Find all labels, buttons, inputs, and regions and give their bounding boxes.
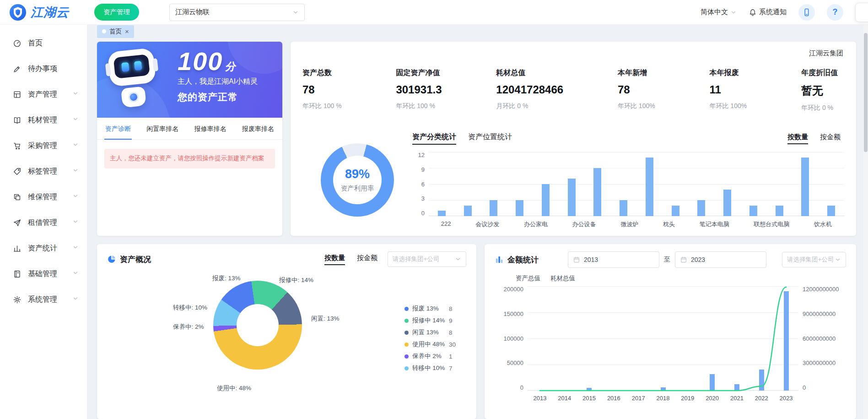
sidebar-item-3[interactable]: 耗材管理 xyxy=(0,107,87,133)
sidebar-item-4[interactable]: 采购管理 xyxy=(0,133,87,158)
sidebar-item-9[interactable]: 基础管理 xyxy=(0,261,87,287)
logo[interactable]: 江湖云 xyxy=(9,4,88,21)
ai-banner-text: 100 分 主人，我是江湖AI小精灵 您的资产正常 xyxy=(178,47,258,103)
sidebar-item-1[interactable]: 待办事项 xyxy=(0,56,87,82)
module-button[interactable]: 资产管理 xyxy=(94,4,139,21)
amount-chart-left-axis: 200000150000100000500000 xyxy=(495,286,528,391)
category-chart-y-axis: 129630 xyxy=(412,152,429,216)
category-mode-1[interactable]: 按金额 xyxy=(820,133,841,144)
category-bar-11[interactable] xyxy=(723,190,731,216)
category-bar-5[interactable] xyxy=(568,179,576,216)
legend-item-0[interactable]: 报废 13%8 xyxy=(404,303,456,315)
status-donut-chart[interactable] xyxy=(213,281,302,370)
status-mode-1[interactable]: 按金额 xyxy=(357,254,377,265)
dashboard-icon xyxy=(13,39,22,48)
category-bar-chart: 129630 222会议沙发办公家电办公设备微波炉枕头笔记本电脑联想台式电脑饮水… xyxy=(412,152,844,229)
category-bar-9[interactable] xyxy=(672,206,679,216)
amount-card-head: 金额统计 2013 至 2023 xyxy=(495,251,846,268)
chevron-down-icon xyxy=(72,141,79,150)
stat-value: 78 xyxy=(618,83,655,96)
status-mode-0[interactable]: 按数量 xyxy=(324,254,345,265)
category-bar-0[interactable] xyxy=(438,211,446,216)
sidebar-item-label: 维保管理 xyxy=(28,192,66,202)
tab-home[interactable]: 首页 × xyxy=(97,25,134,38)
legend-count: 7 xyxy=(449,365,453,372)
stat-value: 78 xyxy=(302,83,342,96)
sidebar-item-5[interactable]: 标签管理 xyxy=(0,158,87,184)
ai-tab-0[interactable]: 资产诊断 xyxy=(104,118,132,139)
sidebar-item-8[interactable]: 资产统计 xyxy=(0,235,87,261)
stat-value: 301931.3 xyxy=(396,83,442,96)
amount-legend-1[interactable]: 耗材总值 xyxy=(550,274,575,283)
category-bar-12[interactable] xyxy=(749,206,757,216)
company-select[interactable]: 请选择集团+公司 xyxy=(388,251,466,267)
sidebar-item-10[interactable]: 系统管理 xyxy=(0,287,87,312)
category-bar-4[interactable] xyxy=(542,184,550,216)
legend-dot xyxy=(404,307,409,311)
help-button[interactable]: ? xyxy=(827,4,843,21)
notice-button[interactable]: 系统通知 xyxy=(749,8,787,16)
legend-item-2[interactable]: 闲置 13%8 xyxy=(404,326,456,338)
legend-item-3[interactable]: 使用中 48%30 xyxy=(404,338,456,350)
category-bar-13[interactable] xyxy=(776,206,783,216)
category-bar-7[interactable] xyxy=(620,200,627,216)
company-select-placeholder: 请选择集团+公司 xyxy=(393,255,439,263)
logo-icon xyxy=(9,4,27,21)
category-bar-2[interactable] xyxy=(490,200,497,216)
legend-dot xyxy=(404,354,409,359)
scrollbar-thumb[interactable] xyxy=(864,33,868,152)
ai-banner: 100 分 主人，我是江湖AI小精灵 您的资产正常 xyxy=(97,42,282,118)
scrollbar[interactable] xyxy=(863,25,868,419)
amount-legend-0[interactable]: 资产总值 xyxy=(516,274,540,283)
corner-widget[interactable] xyxy=(855,3,868,22)
status-card-head: 资产概况 按数量按金额 请选择集团+公司 xyxy=(107,251,466,267)
date-end-input[interactable]: 2023 xyxy=(675,251,766,268)
ai-tab-3[interactable]: 报废率排名 xyxy=(241,118,275,139)
category-bar-3[interactable] xyxy=(516,200,523,216)
category-bar-1[interactable] xyxy=(464,206,472,216)
legend-dot xyxy=(404,366,409,370)
stat-label: 本年新增 xyxy=(618,68,655,78)
company-select[interactable]: 请选择集团+公司 xyxy=(782,252,846,267)
category-bar-10[interactable] xyxy=(697,200,705,216)
ai-tab-1[interactable]: 闲置率排名 xyxy=(146,118,179,139)
sidebar-item-7[interactable]: 租借管理 xyxy=(0,210,87,235)
org-select[interactable]: 江湖云物联 xyxy=(169,4,305,21)
gauge-percent: 89% xyxy=(345,167,370,181)
category-bar-15[interactable] xyxy=(827,206,835,216)
stat-5: 年度折旧值暂无年环比 0 % xyxy=(801,68,838,112)
category-bar-8[interactable] xyxy=(646,158,653,216)
ai-tab-2[interactable]: 报修率排名 xyxy=(194,118,227,139)
chevron-down-icon xyxy=(72,116,79,124)
gauge-ring: 89% 资产利用率 xyxy=(321,143,394,217)
legend-item-5[interactable]: 转移中 10%7 xyxy=(404,362,456,374)
donut-legend: 报废 13%8报修中 14%9闲置 13%8使用中 48%30保养中 2%1转移… xyxy=(404,303,456,374)
phone-icon xyxy=(802,8,811,17)
ai-score-unit: 分 xyxy=(225,60,235,74)
close-icon[interactable]: × xyxy=(125,28,129,35)
legend-item-4[interactable]: 保养中 2%1 xyxy=(404,350,456,362)
sidebar-item-2[interactable]: 资产管理 xyxy=(0,82,87,107)
sidebar-menu: 首页待办事项资产管理耗材管理采购管理标签管理维保管理租借管理资产统计基础管理系统… xyxy=(0,30,87,312)
category-tab-0[interactable]: 资产分类统计 xyxy=(412,132,456,145)
todo-icon xyxy=(13,65,22,73)
sidebar-item-6[interactable]: 维保管理 xyxy=(0,184,87,210)
date-start-input[interactable]: 2013 xyxy=(568,251,659,268)
content: 100 分 主人，我是江湖AI小精灵 您的资产正常 资产诊断闲置率排名报修率排名… xyxy=(87,38,868,419)
category-chart-plot xyxy=(429,152,844,216)
mobile-app-button[interactable] xyxy=(798,4,815,21)
legend-item-1[interactable]: 报修中 14%9 xyxy=(404,315,456,326)
sidebar-item-0[interactable]: 首页 xyxy=(0,30,87,56)
gear-icon xyxy=(13,295,22,304)
ai-status: 您的资产正常 xyxy=(178,91,258,103)
chevron-down-icon xyxy=(292,9,299,16)
category-bar-14[interactable] xyxy=(801,158,809,216)
category-mode-0[interactable]: 按数量 xyxy=(787,133,808,144)
group-name[interactable]: 江湖云集团 xyxy=(809,49,843,58)
amount-statistics-card: 金额统计 2013 至 2023 xyxy=(485,244,856,419)
stat-sub: 年环比 100 % xyxy=(302,102,342,110)
ai-alert: 主人，您还未建立资产，请您按照操作提示新建资产档案 xyxy=(104,149,275,169)
language-select[interactable]: 简体中文 xyxy=(701,8,737,16)
category-bar-6[interactable] xyxy=(593,168,601,216)
category-tab-1[interactable]: 资产位置统计 xyxy=(468,132,512,145)
